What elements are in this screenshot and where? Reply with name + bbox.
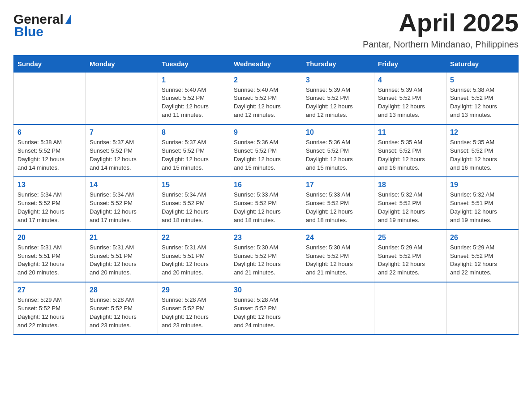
calendar-cell: 21Sunrise: 5:31 AM Sunset: 5:51 PM Dayli… — [86, 230, 158, 282]
calendar-cell: 28Sunrise: 5:28 AM Sunset: 5:52 PM Dayli… — [86, 282, 158, 334]
calendar-cell: 7Sunrise: 5:37 AM Sunset: 5:52 PM Daylig… — [86, 124, 158, 177]
day-info: Sunrise: 5:31 AM Sunset: 5:51 PM Dayligh… — [162, 244, 226, 277]
day-number: 21 — [90, 234, 154, 242]
calendar-week-row: 13Sunrise: 5:34 AM Sunset: 5:52 PM Dayli… — [14, 177, 519, 229]
day-info: Sunrise: 5:28 AM Sunset: 5:52 PM Dayligh… — [90, 296, 154, 330]
day-number: 20 — [17, 234, 82, 242]
day-info: Sunrise: 5:39 AM Sunset: 5:52 PM Dayligh… — [378, 86, 442, 120]
calendar-cell: 17Sunrise: 5:33 AM Sunset: 5:52 PM Dayli… — [302, 177, 374, 229]
day-info: Sunrise: 5:36 AM Sunset: 5:52 PM Dayligh… — [306, 138, 370, 172]
day-number: 3 — [306, 76, 370, 84]
day-number: 28 — [90, 286, 154, 294]
header-tuesday: Tuesday — [158, 55, 230, 72]
day-number: 5 — [450, 76, 515, 84]
day-info: Sunrise: 5:35 AM Sunset: 5:52 PM Dayligh… — [378, 138, 442, 172]
day-info: Sunrise: 5:36 AM Sunset: 5:52 PM Dayligh… — [234, 138, 298, 172]
calendar-cell — [302, 282, 374, 334]
calendar-cell: 29Sunrise: 5:28 AM Sunset: 5:52 PM Dayli… — [158, 282, 230, 334]
day-number: 30 — [234, 286, 298, 294]
calendar-cell: 12Sunrise: 5:35 AM Sunset: 5:52 PM Dayli… — [446, 124, 519, 177]
day-number: 4 — [378, 76, 442, 84]
day-number: 14 — [90, 181, 154, 189]
day-info: Sunrise: 5:29 AM Sunset: 5:52 PM Dayligh… — [378, 244, 442, 277]
calendar-week-row: 6Sunrise: 5:38 AM Sunset: 5:52 PM Daylig… — [14, 124, 519, 177]
page-title: April 2025 — [363, 9, 519, 37]
day-number: 19 — [450, 181, 515, 189]
calendar-cell — [374, 282, 446, 334]
calendar-cell: 27Sunrise: 5:29 AM Sunset: 5:52 PM Dayli… — [14, 282, 86, 334]
calendar-table: SundayMondayTuesdayWednesdayThursdayFrid… — [13, 55, 519, 335]
calendar-cell: 30Sunrise: 5:28 AM Sunset: 5:52 PM Dayli… — [230, 282, 302, 334]
calendar-cell — [86, 72, 158, 124]
right-title: April 2025 Pantar, Northern Mindanao, Ph… — [363, 9, 519, 50]
day-info: Sunrise: 5:29 AM Sunset: 5:52 PM Dayligh… — [17, 296, 82, 330]
day-info: Sunrise: 5:38 AM Sunset: 5:52 PM Dayligh… — [17, 138, 82, 172]
header-row: General Blue April 2025 Pantar, Northern… — [13, 9, 519, 50]
day-info: Sunrise: 5:28 AM Sunset: 5:52 PM Dayligh… — [234, 296, 298, 330]
header-friday: Friday — [374, 55, 446, 72]
day-info: Sunrise: 5:31 AM Sunset: 5:51 PM Dayligh… — [90, 244, 154, 277]
day-number: 10 — [306, 128, 370, 137]
day-info: Sunrise: 5:29 AM Sunset: 5:52 PM Dayligh… — [450, 244, 515, 277]
day-info: Sunrise: 5:30 AM Sunset: 5:52 PM Dayligh… — [306, 244, 370, 277]
calendar-week-row: 20Sunrise: 5:31 AM Sunset: 5:51 PM Dayli… — [14, 230, 519, 282]
day-number: 7 — [90, 128, 154, 137]
day-info: Sunrise: 5:40 AM Sunset: 5:52 PM Dayligh… — [234, 86, 298, 120]
calendar-cell: 11Sunrise: 5:35 AM Sunset: 5:52 PM Dayli… — [374, 124, 446, 177]
day-number: 25 — [378, 234, 442, 242]
day-info: Sunrise: 5:30 AM Sunset: 5:52 PM Dayligh… — [234, 244, 298, 277]
logo-triangle-shape — [65, 14, 71, 24]
day-number: 13 — [17, 181, 82, 189]
day-info: Sunrise: 5:34 AM Sunset: 5:52 PM Dayligh… — [162, 191, 226, 224]
calendar-cell: 9Sunrise: 5:36 AM Sunset: 5:52 PM Daylig… — [230, 124, 302, 177]
day-number: 6 — [17, 128, 82, 137]
logo-blue-part: Blue — [13, 25, 71, 39]
day-number: 2 — [234, 76, 298, 84]
calendar-cell: 6Sunrise: 5:38 AM Sunset: 5:52 PM Daylig… — [14, 124, 86, 177]
calendar-week-row: 1Sunrise: 5:40 AM Sunset: 5:52 PM Daylig… — [14, 72, 519, 124]
day-info: Sunrise: 5:32 AM Sunset: 5:51 PM Dayligh… — [450, 191, 515, 224]
day-number: 12 — [450, 128, 515, 137]
day-number: 24 — [306, 234, 370, 242]
day-number: 29 — [162, 286, 226, 294]
day-number: 26 — [450, 234, 515, 242]
calendar-cell: 4Sunrise: 5:39 AM Sunset: 5:52 PM Daylig… — [374, 72, 446, 124]
calendar-cell: 8Sunrise: 5:37 AM Sunset: 5:52 PM Daylig… — [158, 124, 230, 177]
day-number: 16 — [234, 181, 298, 189]
day-info: Sunrise: 5:33 AM Sunset: 5:52 PM Dayligh… — [234, 191, 298, 224]
calendar-cell: 3Sunrise: 5:39 AM Sunset: 5:52 PM Daylig… — [302, 72, 374, 124]
day-info: Sunrise: 5:34 AM Sunset: 5:52 PM Dayligh… — [90, 191, 154, 224]
calendar-cell: 19Sunrise: 5:32 AM Sunset: 5:51 PM Dayli… — [446, 177, 519, 229]
logo-block: General Blue — [13, 13, 71, 39]
day-number: 11 — [378, 128, 442, 137]
calendar-cell: 18Sunrise: 5:32 AM Sunset: 5:52 PM Dayli… — [374, 177, 446, 229]
day-number: 23 — [234, 234, 298, 242]
calendar-cell: 26Sunrise: 5:29 AM Sunset: 5:52 PM Dayli… — [446, 230, 519, 282]
day-info: Sunrise: 5:35 AM Sunset: 5:52 PM Dayligh… — [450, 138, 515, 172]
header-sunday: Sunday — [14, 55, 86, 72]
calendar-cell: 1Sunrise: 5:40 AM Sunset: 5:52 PM Daylig… — [158, 72, 230, 124]
day-info: Sunrise: 5:33 AM Sunset: 5:52 PM Dayligh… — [306, 191, 370, 224]
day-number: 17 — [306, 181, 370, 189]
day-number: 27 — [17, 286, 82, 294]
day-number: 15 — [162, 181, 226, 189]
calendar-cell: 25Sunrise: 5:29 AM Sunset: 5:52 PM Dayli… — [374, 230, 446, 282]
day-info: Sunrise: 5:31 AM Sunset: 5:51 PM Dayligh… — [17, 244, 82, 277]
calendar-cell: 15Sunrise: 5:34 AM Sunset: 5:52 PM Dayli… — [158, 177, 230, 229]
day-info: Sunrise: 5:40 AM Sunset: 5:52 PM Dayligh… — [162, 86, 226, 120]
calendar-cell: 24Sunrise: 5:30 AM Sunset: 5:52 PM Dayli… — [302, 230, 374, 282]
day-info: Sunrise: 5:37 AM Sunset: 5:52 PM Dayligh… — [162, 138, 226, 172]
day-number: 9 — [234, 128, 298, 137]
calendar-cell: 20Sunrise: 5:31 AM Sunset: 5:51 PM Dayli… — [14, 230, 86, 282]
header-thursday: Thursday — [302, 55, 374, 72]
calendar-header-row: SundayMondayTuesdayWednesdayThursdayFrid… — [14, 55, 519, 72]
day-number: 22 — [162, 234, 226, 242]
calendar-cell: 5Sunrise: 5:38 AM Sunset: 5:52 PM Daylig… — [446, 72, 519, 124]
day-number: 1 — [162, 76, 226, 84]
day-info: Sunrise: 5:34 AM Sunset: 5:52 PM Dayligh… — [17, 191, 82, 224]
day-info: Sunrise: 5:32 AM Sunset: 5:52 PM Dayligh… — [378, 191, 442, 224]
day-info: Sunrise: 5:28 AM Sunset: 5:52 PM Dayligh… — [162, 296, 226, 330]
day-info: Sunrise: 5:39 AM Sunset: 5:52 PM Dayligh… — [306, 86, 370, 120]
day-info: Sunrise: 5:38 AM Sunset: 5:52 PM Dayligh… — [450, 86, 515, 120]
calendar-cell: 10Sunrise: 5:36 AM Sunset: 5:52 PM Dayli… — [302, 124, 374, 177]
